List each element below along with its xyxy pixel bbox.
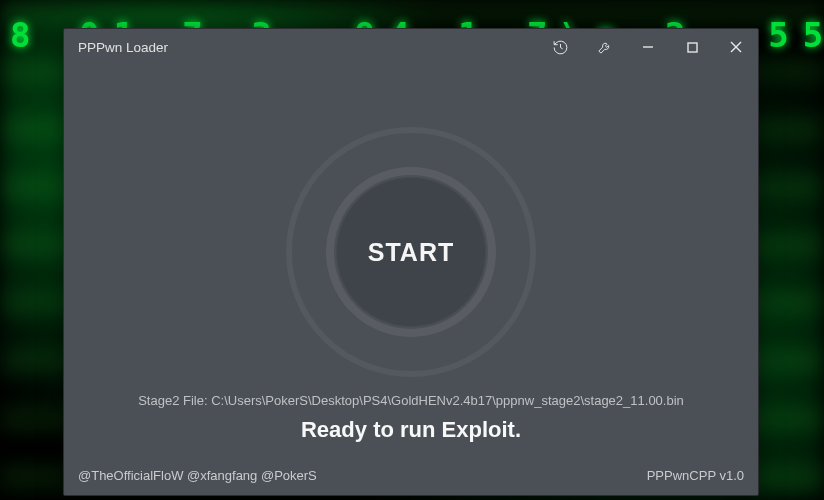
- start-label: START: [368, 238, 454, 267]
- minimize-button[interactable]: [626, 29, 670, 65]
- stage2-path-line: Stage2 File: C:\Users\PokerS\Desktop\PS4…: [64, 393, 758, 408]
- start-disc: START: [336, 177, 486, 327]
- history-button[interactable]: [538, 29, 582, 65]
- wrench-icon: [596, 39, 613, 56]
- footer-credits: @TheOfficialFloW @xfangfang @PokerS: [78, 468, 317, 483]
- maximize-button[interactable]: [670, 29, 714, 65]
- minimize-icon: [642, 41, 654, 53]
- content-area: START Stage2 File: C:\Users\PokerS\Deskt…: [64, 65, 758, 461]
- close-icon: [730, 41, 742, 53]
- close-button[interactable]: [714, 29, 758, 65]
- maximize-icon: [687, 42, 698, 53]
- window-title: PPPwn Loader: [78, 40, 168, 55]
- svg-rect-1: [688, 43, 697, 52]
- status-ready: Ready to run Exploit.: [64, 417, 758, 443]
- stage2-prefix: Stage2 File:: [138, 393, 211, 408]
- history-icon: [552, 39, 569, 56]
- footer-version: PPPwnCPP v1.0: [647, 468, 744, 483]
- settings-button[interactable]: [582, 29, 626, 65]
- app-window: PPPwn Loader: [63, 28, 759, 496]
- footer: @TheOfficialFloW @xfangfang @PokerS PPPw…: [64, 461, 758, 495]
- titlebar: PPPwn Loader: [64, 29, 758, 65]
- start-button[interactable]: START: [286, 127, 536, 377]
- stage2-path: C:\Users\PokerS\Desktop\PS4\GoldHENv2.4b…: [211, 393, 684, 408]
